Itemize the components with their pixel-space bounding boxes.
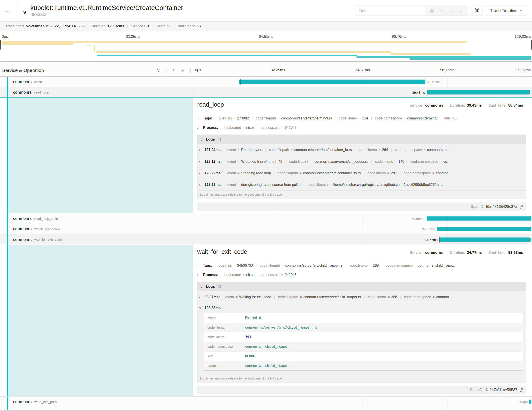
span-name-cell[interactable]: conmonrs write_exit_path [0,397,193,407]
chevron-right-icon[interactable]: › [199,183,205,187]
log-tick [254,79,254,85]
minimap-left-handle[interactable] [0,40,1,49]
span-duration-bar[interactable] [427,216,531,221]
span-color-accent [7,234,8,245]
span-service: conmonrs [13,399,31,404]
span-row-read-loop[interactable]: conmonrs read_loop 39.43ms [0,87,532,98]
log-entry[interactable]: › 93.87ms: event=Waiting for exit code c… [198,291,526,303]
span-timeline-cell[interactable]: 35.58ms [193,224,532,234]
chevron-right-icon[interactable]: › [199,171,205,176]
chevron-right-icon[interactable]: › [199,148,205,152]
span-row-wait-for-exit-code[interactable]: conmonrs wait_for_exit_code 34.77ms [0,234,532,245]
minimap-span-bar [409,58,531,60]
chevron-right-icon[interactable]: › [199,295,205,299]
find-next-icon[interactable]: ∨ [447,8,456,13]
trace-total-spans: Total Spans 27 [173,24,205,29]
trace-collapse-toggle[interactable]: ∨ [23,9,27,16]
find-prev-icon[interactable]: ∧ [437,8,446,13]
duration-value: 39.43ms [467,103,482,108]
log-field-value: co… [444,160,451,164]
tags-label: Tags: [203,264,212,268]
find-clear-icon[interactable]: × [457,8,466,13]
tags-label: Tags: [203,116,212,120]
timeline-tick: 32.25ms [271,68,285,72]
span-name-cell[interactable]: conmonrs read_loop_stdin [0,213,193,224]
tags-row[interactable]: › Tags: busy_ns=34506763 code.filepath=c… [197,261,526,270]
chevron-right-icon[interactable]: › [199,159,205,164]
span-duration-bar[interactable] [439,237,531,242]
span-row-listen[interactable]: conmonrs listen 70.91ms [0,77,532,87]
expand-one-icon[interactable]: › [166,68,167,73]
span-timeline-cell[interactable]: 303μs [193,397,532,407]
span-name-cell[interactable]: conmonrs watch_grandchild [0,224,193,234]
span-name-cell[interactable]: conmonrs read_loop [0,87,193,98]
log-entry-expanded[interactable]: ∨ 128.33ms [198,303,526,313]
span-duration-bar[interactable] [239,80,425,84]
collapse-one-icon[interactable]: ∨ [157,68,160,73]
chevron-down-icon[interactable]: ∨ [199,305,205,310]
tag-key: code.lineno [339,116,357,120]
log-entry[interactable]: › 128.12ms: event=Wrote log line of leng… [198,156,526,167]
log-entry[interactable]: › 127.94ms: event=Read 4 bytes code.file… [198,144,526,156]
keyboard-shortcuts-button[interactable]: ⌘ [471,6,483,16]
timeline-tick: 64.51ms [355,68,370,72]
minimap-right-handle[interactable] [531,40,532,49]
link-icon[interactable] [519,388,523,392]
span-duration-bar[interactable] [427,90,530,94]
find-tools: ◎ ∧ ∨ × [425,6,468,16]
tags-row[interactable]: › Tags: busy_ns=273882 code.filepath=con… [197,114,526,123]
column-resizer[interactable] [189,68,191,73]
span-row-watch-grandchild[interactable]: conmonrs watch_grandchild 35.58ms [0,224,532,234]
span-row-read-loop-stdin[interactable]: conmonrs read_loop_stdin 39.69ms [0,213,532,224]
field-key: event [204,313,242,323]
timeline-tick: 96.76ms [440,68,455,72]
process-row[interactable]: › Process: host.name=nixos process.pid=9… [197,270,526,280]
collapse-controls: ∨ › » » [157,68,184,73]
span-color-accent [7,245,8,396]
log-tick [439,236,439,243]
span-timeline-cell[interactable]: 39.69ms [193,213,532,224]
field-value: conmonrs::child_reaper [242,342,523,352]
trace-minimap[interactable] [0,40,532,62]
find-input[interactable] [355,6,425,16]
span-timeline-cell[interactable]: 34.77ms [193,234,532,245]
minimap-span-bar [357,56,531,58]
span-duration-bar[interactable] [437,227,531,231]
field-key: target [204,361,242,371]
log-field-key: event [227,171,236,175]
link-icon[interactable] [519,205,523,209]
chevron-right-icon[interactable]: › [197,273,203,277]
span-duration-label: 34.77ms [425,238,437,241]
span-timeline-cell[interactable]: 39.43ms [193,87,532,98]
log-entry[interactable]: › 128.25ms: event=deregistering event so… [198,179,526,190]
span-row-write-exit-path[interactable]: conmonrs write_exit_path 303μs [0,397,532,407]
log-field-key: code.namespace [404,171,431,175]
back-button[interactable]: ← [0,0,16,21]
span-service: conmonrs [13,90,31,95]
span-timeline-cell[interactable]: 70.91ms [193,77,532,87]
chevron-right-icon[interactable]: › [197,116,203,121]
span-color-accent [7,213,8,224]
service-label: Service: [410,103,423,108]
axis-tick: 0μs [2,34,8,39]
span-name-cell[interactable]: conmonrs wait_for_exit_code [0,234,193,245]
expand-all-icon[interactable]: » [181,68,184,73]
detail-span-meta: Service:conmonrs Duration:39.43ms Start … [407,103,526,108]
chevron-right-icon[interactable]: › [197,263,203,268]
trace-view-selector[interactable]: Trace Timeline ∨ [486,6,526,16]
logs-header[interactable]: ∨ Logs (2) [198,282,526,291]
log-field-value: conmon-rs/server/src/child_reaper.rs [303,295,361,299]
log-entry[interactable]: › 128.22ms: event=Stopping read loop cod… [198,167,526,179]
process-row[interactable]: › Process: host.name=nixos process.pid=9… [197,123,526,132]
log-field-value: 140 [399,160,404,164]
chevron-right-icon[interactable]: › [197,126,203,130]
logs-header[interactable]: ∨ Logs (4) [198,135,526,144]
logs-accordion: ∨ Logs (2) › 93.87ms: event=Waiting for … [197,282,526,383]
locate-icon[interactable]: ◎ [428,8,436,13]
span-duration-bar[interactable] [529,400,531,404]
span-duration-label: 70.91ms [428,80,441,84]
depth-label: Depth [155,24,165,29]
collapse-all-icon[interactable]: » [171,69,177,71]
trace-depth: Depth 5 [152,24,173,29]
span-name-cell[interactable]: conmonrs listen [0,77,193,87]
